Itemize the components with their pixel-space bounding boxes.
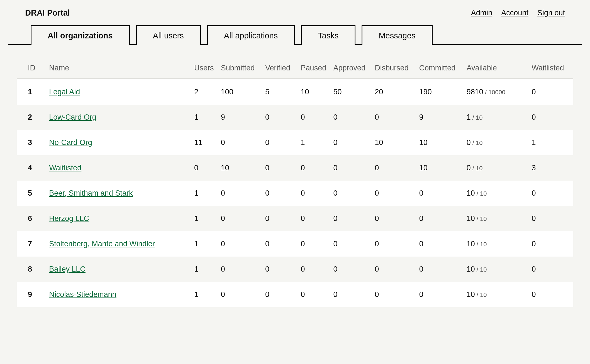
- cell-id: 5: [17, 181, 46, 206]
- available-total-value: 10: [476, 114, 482, 121]
- cell-available: 0 / 10: [464, 130, 529, 155]
- cell-id: 9: [17, 282, 46, 307]
- cell-id: 8: [17, 257, 46, 282]
- table-row: 6Herzog LLC100000010 / 100: [17, 206, 573, 231]
- tab-messages[interactable]: Messages: [362, 25, 432, 45]
- org-link[interactable]: Legal Aid: [49, 88, 80, 96]
- available-used: 1: [467, 113, 471, 121]
- cell-committed: 0: [416, 231, 464, 257]
- cell-paused: 0: [298, 155, 331, 181]
- cell-available: 9810 / 10000: [464, 79, 529, 105]
- available-used: 10: [467, 214, 475, 223]
- org-link[interactable]: Low-Card Org: [49, 113, 96, 121]
- col-header-users: Users: [191, 59, 218, 79]
- available-total-value: 10: [476, 139, 482, 146]
- available-total: /: [475, 241, 480, 248]
- cell-available: 10 / 10: [464, 257, 529, 282]
- cell-paused: 0: [298, 105, 331, 130]
- col-header-committed: Committed: [416, 59, 464, 79]
- cell-name: Low-Card Org: [46, 105, 191, 130]
- available-used: 10: [467, 189, 475, 197]
- col-header-paused: Paused: [298, 59, 331, 79]
- cell-verified: 0: [262, 105, 298, 130]
- account-link[interactable]: Account: [501, 9, 528, 17]
- cell-available: 10 / 10: [464, 181, 529, 206]
- cell-name: Waitlisted: [46, 155, 191, 181]
- tab-all-users[interactable]: All users: [136, 25, 201, 45]
- cell-users: 0: [191, 155, 218, 181]
- organizations-table: IDNameUsersSubmittedVerifiedPausedApprov…: [17, 59, 573, 307]
- cell-committed: 0: [416, 257, 464, 282]
- cell-submitted: 10: [218, 155, 262, 181]
- table-row: 9Nicolas-Stiedemann100000010 / 100: [17, 282, 573, 307]
- cell-waitlisted: 0: [529, 105, 574, 130]
- cell-users: 1: [191, 206, 218, 231]
- table-row: 8Bailey LLC100000010 / 100: [17, 257, 573, 282]
- cell-approved: 0: [330, 206, 372, 231]
- cell-name: Legal Aid: [46, 79, 191, 105]
- cell-disbursed: 0: [372, 181, 416, 206]
- cell-submitted: 0: [218, 206, 262, 231]
- cell-paused: 0: [298, 206, 331, 231]
- org-link[interactable]: Beer, Smitham and Stark: [49, 189, 133, 197]
- cell-disbursed: 0: [372, 282, 416, 307]
- cell-committed: 10: [416, 130, 464, 155]
- cell-waitlisted: 1: [529, 130, 574, 155]
- org-link[interactable]: Bailey LLC: [49, 265, 86, 273]
- cell-verified: 0: [262, 181, 298, 206]
- tab-all-organizations[interactable]: All organizations: [31, 25, 130, 45]
- cell-approved: 0: [330, 282, 372, 307]
- cell-users: 1: [191, 181, 218, 206]
- cell-verified: 0: [262, 282, 298, 307]
- cell-id: 3: [17, 130, 46, 155]
- tabs-wrap: All organizationsAll usersAll applicatio…: [8, 24, 582, 45]
- available-total-value: 10: [480, 291, 487, 298]
- cell-name: Nicolas-Stiedemann: [46, 282, 191, 307]
- cell-waitlisted: 0: [529, 231, 574, 257]
- admin-link[interactable]: Admin: [471, 9, 493, 17]
- cell-verified: 5: [262, 79, 298, 105]
- org-link[interactable]: Nicolas-Stiedemann: [49, 290, 116, 299]
- top-links: Admin Account Sign out: [471, 9, 565, 17]
- col-header-waitlisted: Waitlisted: [529, 59, 574, 79]
- available-total-value: 10: [476, 165, 482, 172]
- org-link[interactable]: Herzog LLC: [49, 214, 89, 223]
- col-header-id: ID: [17, 59, 46, 79]
- org-link[interactable]: No-Card Org: [49, 138, 92, 147]
- cell-submitted: 0: [218, 257, 262, 282]
- cell-waitlisted: 0: [529, 181, 574, 206]
- cell-id: 4: [17, 155, 46, 181]
- available-total-value: 10: [480, 215, 487, 222]
- sign-out-link[interactable]: Sign out: [537, 9, 565, 17]
- table-row: 1Legal Aid210051050201909810 / 100000: [17, 79, 573, 105]
- cell-approved: 0: [330, 181, 372, 206]
- cell-users: 1: [191, 257, 218, 282]
- table-row: 5Beer, Smitham and Stark100000010 / 100: [17, 181, 573, 206]
- cell-submitted: 0: [218, 231, 262, 257]
- tab-all-applications[interactable]: All applications: [207, 25, 295, 45]
- cell-available: 1 / 10: [464, 105, 529, 130]
- available-total: /: [471, 165, 476, 172]
- col-header-approved: Approved: [330, 59, 372, 79]
- topbar: DRAI Portal Admin Account Sign out: [8, 8, 582, 24]
- col-header-verified: Verified: [262, 59, 298, 79]
- tab-tasks[interactable]: Tasks: [301, 25, 355, 45]
- available-total: /: [483, 89, 488, 96]
- col-header-disbursed: Disbursed: [372, 59, 416, 79]
- table-wrap: IDNameUsersSubmittedVerifiedPausedApprov…: [8, 45, 582, 307]
- cell-approved: 0: [330, 257, 372, 282]
- cell-paused: 0: [298, 231, 331, 257]
- cell-available: 10 / 10: [464, 206, 529, 231]
- cell-committed: 10: [416, 155, 464, 181]
- available-total-value: 10: [480, 266, 487, 273]
- cell-disbursed: 0: [372, 231, 416, 257]
- cell-verified: 0: [262, 206, 298, 231]
- cell-disbursed: 0: [372, 155, 416, 181]
- org-link[interactable]: Waitlisted: [49, 164, 81, 172]
- org-link[interactable]: Stoltenberg, Mante and Windler: [49, 240, 155, 248]
- cell-disbursed: 0: [372, 257, 416, 282]
- cell-committed: 0: [416, 181, 464, 206]
- cell-available: 10 / 10: [464, 231, 529, 257]
- cell-disbursed: 0: [372, 105, 416, 130]
- cell-waitlisted: 0: [529, 79, 574, 105]
